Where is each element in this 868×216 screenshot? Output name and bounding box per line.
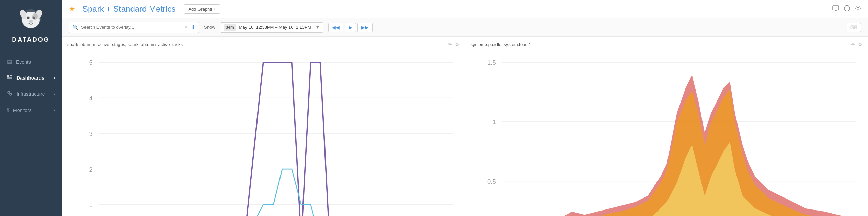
svg-rect-10: [7, 77, 12, 79]
time-window-badge: 34m: [224, 24, 236, 31]
svg-point-6: [29, 20, 33, 23]
svg-rect-9: [10, 75, 12, 76]
add-graphs-button[interactable]: Add Graphs +: [184, 4, 220, 14]
svg-rect-14: [833, 6, 839, 10]
chart-actions-system: ✏ ⚙: [851, 41, 863, 47]
chevron-right-icon: ›: [54, 92, 55, 96]
svg-point-4: [27, 17, 29, 19]
settings-chart-icon[interactable]: ⚙: [455, 41, 459, 47]
chart-panel-system: system.cpu.idle, system.load.1 ✏ ⚙ 1.5 1…: [465, 37, 868, 216]
settings-chart-icon[interactable]: ⚙: [858, 41, 863, 47]
svg-point-19: [847, 7, 847, 7]
chevron-right-icon: ›: [54, 108, 55, 112]
datadog-logo-icon: [17, 7, 45, 34]
time-navigation-controls: ◀◀ ▶ ▶▶: [328, 23, 373, 32]
svg-text:3: 3: [89, 130, 92, 137]
toolbar: 🔍 ✕ ⬇ Show 34m May 16, 12:38PM – May 16,…: [62, 18, 868, 37]
edit-chart-icon[interactable]: ✏: [448, 41, 452, 47]
chart-header-spark: spark.job.num_active_stages, spark.job.n…: [67, 41, 459, 47]
svg-text:1: 1: [89, 201, 92, 208]
chevron-right-icon: ›: [54, 76, 55, 80]
search-input[interactable]: [81, 25, 181, 30]
svg-rect-8: [7, 75, 9, 77]
infrastructure-icon: [7, 91, 12, 97]
chart-svg-system: 1.5 1 0.5 0 12:40 12:45 12:50 12:55 13:0…: [471, 50, 863, 216]
chart-panel-spark: spark.job.num_active_stages, spark.job.n…: [62, 37, 465, 216]
svg-point-7: [32, 13, 38, 20]
brand-label: DATADOG: [12, 36, 49, 44]
main-content: ★ Spark + Standard Metrics Add Graphs + …: [62, 0, 868, 216]
header-icons-group: [832, 5, 861, 13]
page-title: Spark + Standard Metrics: [82, 4, 175, 14]
nav-back-fast-button[interactable]: ◀◀: [328, 23, 343, 32]
show-label: Show: [204, 25, 215, 30]
chart-title-spark: spark.job.num_active_stages, spark.job.n…: [67, 42, 448, 47]
svg-text:0.5: 0.5: [487, 178, 496, 185]
search-icon: 🔍: [72, 25, 78, 30]
svg-text:5: 5: [89, 59, 92, 66]
keyboard-button[interactable]: ⌨: [847, 23, 861, 32]
nav-play-button[interactable]: ▶: [345, 23, 356, 32]
nav-forward-fast-button[interactable]: ▶▶: [357, 23, 373, 32]
charts-area: spark.job.num_active_stages, spark.job.n…: [62, 37, 868, 216]
search-clear-icon[interactable]: ✕: [184, 25, 188, 30]
sidebar-item-events[interactable]: ▤ Events: [0, 54, 62, 70]
sidebar-item-infrastructure[interactable]: Infrastructure ›: [0, 86, 62, 102]
sidebar-item-label: Dashboards: [16, 75, 44, 81]
chart-actions-spark: ✏ ⚙: [448, 41, 459, 47]
sidebar: DATADOG ▤ Events Dashboards › Infrastruc…: [0, 0, 62, 216]
sidebar-item-label: Infrastructure: [16, 91, 45, 97]
time-dropdown-icon[interactable]: ▼: [316, 25, 320, 30]
svg-point-11: [8, 91, 10, 93]
monitor-icon[interactable]: [832, 5, 839, 13]
svg-text:2: 2: [89, 166, 92, 173]
svg-text:1.5: 1.5: [487, 59, 496, 66]
page-header: ★ Spark + Standard Metrics Add Graphs +: [62, 0, 868, 18]
edit-chart-icon[interactable]: ✏: [851, 41, 855, 47]
sidebar-item-monitors[interactable]: ℹ Monitors ›: [0, 102, 62, 118]
logo-container: DATADOG: [9, 0, 53, 50]
time-range-text: May 16, 12:38PM – May 16, 1:13PM: [239, 25, 311, 30]
search-power-icon[interactable]: ⬇: [191, 24, 195, 31]
chart-title-system: system.cpu.idle, system.load.1: [471, 42, 852, 47]
time-range-selector[interactable]: 34m May 16, 12:38PM – May 16, 1:13PM ▼: [220, 22, 324, 33]
settings-icon[interactable]: [855, 5, 861, 13]
sidebar-navigation: ▤ Events Dashboards › Infrastructure › ℹ…: [0, 54, 62, 118]
monitors-icon: ℹ: [7, 107, 9, 113]
svg-point-12: [10, 93, 12, 95]
svg-line-13: [10, 93, 10, 94]
info-icon[interactable]: [844, 5, 850, 13]
svg-text:4: 4: [89, 95, 92, 102]
sidebar-item-label: Monitors: [13, 108, 32, 113]
search-box[interactable]: 🔍 ✕ ⬇: [69, 22, 199, 33]
svg-point-20: [857, 7, 859, 9]
svg-text:1: 1: [492, 118, 496, 125]
dashboards-icon: [7, 75, 12, 81]
sidebar-item-dashboards[interactable]: Dashboards ›: [0, 70, 62, 86]
events-icon: ▤: [7, 59, 12, 65]
chart-header-system: system.cpu.idle, system.load.1 ✏ ⚙: [471, 41, 863, 47]
keyboard-icon: ⌨: [850, 25, 857, 30]
chart-svg-spark: 5 4 3 2 1 0 12:40 12:45 12:50 12:55 13:0…: [67, 50, 459, 216]
sidebar-item-label: Events: [16, 59, 31, 65]
favorite-star-icon[interactable]: ★: [69, 4, 76, 13]
